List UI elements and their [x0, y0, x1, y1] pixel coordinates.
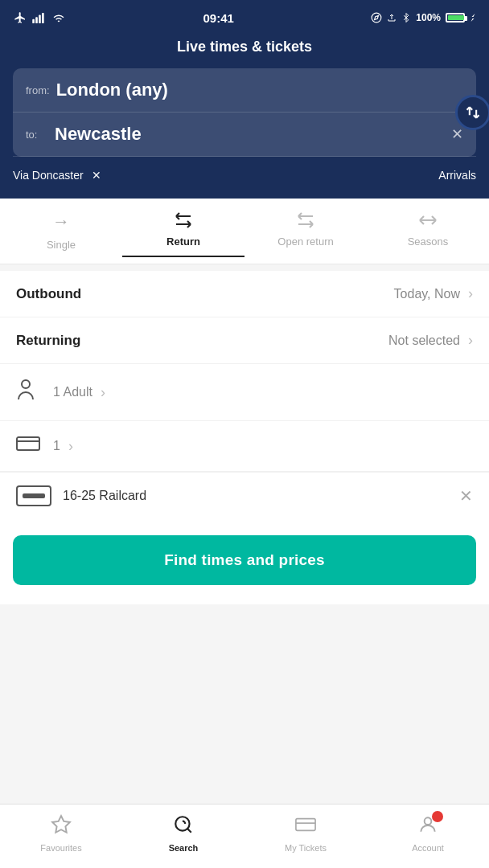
page-title: Live times & tickets [13, 39, 476, 55]
route-card: from: London (any) to: Newcastle ✕ [13, 68, 476, 157]
journey-form: Outbound Today, Now › Returning Not sele… [0, 271, 489, 519]
svg-point-4 [372, 13, 381, 23]
railcards-row[interactable]: 1 › [0, 421, 489, 472]
from-row[interactable]: from: London (any) [13, 68, 476, 113]
tab-seasons[interactable]: Seasons [367, 211, 489, 257]
from-label: from: [26, 84, 50, 96]
location-icon [371, 12, 382, 23]
battery-percentage: 100% [416, 12, 441, 23]
arrivals-link[interactable]: Arrivals [438, 169, 476, 182]
railcard-remove-button[interactable]: ✕ [459, 486, 473, 506]
returning-row[interactable]: Returning Not selected › [0, 317, 489, 364]
svg-rect-2 [39, 15, 41, 24]
seasons-icon [417, 211, 438, 229]
outbound-row[interactable]: Outbound Today, Now › [0, 271, 489, 317]
nav-my-tickets-label: My Tickets [285, 843, 327, 853]
svg-marker-5 [375, 16, 379, 20]
to-row[interactable]: to: Newcastle ✕ [13, 113, 476, 157]
tab-single-label: Single [47, 239, 76, 251]
via-close-button[interactable]: ✕ [92, 169, 101, 182]
railcard-item-row: 16-25 Railcard ✕ [0, 472, 489, 519]
svg-point-7 [22, 380, 30, 388]
svg-point-15 [425, 817, 432, 825]
tab-seasons-label: Seasons [408, 235, 449, 248]
railcard-card-icon [16, 485, 51, 506]
returning-value: Not selected [388, 334, 460, 348]
favourites-icon [51, 814, 72, 840]
header-meta: Via Doncaster ✕ Arrivals [13, 168, 476, 182]
upload-icon [387, 12, 397, 23]
signal-icon [32, 12, 47, 23]
via-text: Via Doncaster [13, 169, 84, 182]
return-icon [173, 211, 194, 229]
passengers-chevron-icon: › [101, 384, 105, 401]
passengers-value: 1 Adult [53, 385, 92, 399]
returning-label: Returning [16, 333, 388, 349]
status-right: 100% [371, 11, 476, 24]
svg-line-12 [187, 829, 191, 833]
to-label: to: [26, 129, 48, 141]
airplane-icon [13, 11, 27, 24]
returning-chevron-icon: › [468, 332, 473, 349]
swap-button[interactable] [455, 95, 489, 130]
nav-favourites[interactable]: Favourites [0, 805, 122, 868]
account-badge-wrap [417, 814, 438, 840]
svg-rect-8 [17, 437, 39, 450]
ticket-svg-icon [295, 814, 316, 835]
header: Live times & tickets from: London (any) … [0, 35, 489, 199]
battery-icon [446, 13, 465, 23]
wifi-icon [51, 12, 66, 23]
to-value: Newcastle [55, 124, 451, 145]
tab-single[interactable]: → Single [0, 211, 122, 257]
status-left [13, 11, 66, 24]
find-times-button[interactable]: Find times and prices [13, 535, 476, 585]
open-return-icon [295, 211, 316, 229]
clear-destination-button[interactable]: ✕ [451, 125, 463, 143]
svg-marker-6 [471, 14, 475, 22]
nav-account-label: Account [412, 843, 444, 853]
nav-search-label: Search [169, 843, 199, 853]
nav-favourites-label: Favourites [40, 843, 81, 853]
from-value: London (any) [56, 80, 463, 100]
svg-rect-13 [296, 818, 315, 830]
single-icon: → [52, 211, 70, 232]
passengers-row[interactable]: 1 Adult › [0, 364, 489, 421]
passenger-icon [16, 379, 40, 406]
bluetooth-icon [401, 11, 411, 24]
via-section[interactable]: Via Doncaster ✕ [13, 168, 101, 182]
status-time: 09:41 [203, 11, 233, 25]
outbound-value: Today, Now [394, 287, 460, 301]
railcard-name: 16-25 Railcard [63, 489, 459, 503]
svg-rect-1 [35, 17, 38, 23]
outbound-label: Outbound [16, 286, 394, 302]
tab-open-return[interactable]: Open return [244, 211, 367, 257]
railcard-count-icon [16, 436, 40, 457]
person-svg-icon [16, 379, 35, 401]
tab-return[interactable]: Return [122, 211, 244, 257]
outbound-chevron-icon: › [468, 285, 473, 302]
tab-return-label: Return [166, 235, 200, 248]
status-bar: 09:41 100% [0, 0, 489, 35]
tickets-icon [295, 814, 316, 840]
card-svg-icon [16, 436, 40, 452]
account-notification-badge [432, 811, 443, 822]
search-nav-icon [173, 814, 194, 840]
nav-account[interactable]: Account [367, 805, 489, 868]
bottom-navigation: Favourites Search My Tickets [0, 804, 489, 868]
railcards-chevron-icon: › [68, 438, 73, 455]
tab-open-return-label: Open return [277, 235, 333, 248]
railcards-count: 1 [53, 439, 60, 453]
nav-my-tickets[interactable]: My Tickets [244, 805, 367, 868]
nav-search[interactable]: Search [122, 805, 244, 868]
search-button-section: Find times and prices [0, 519, 489, 604]
star-svg-icon [51, 814, 72, 835]
search-svg-icon [173, 814, 194, 835]
svg-marker-10 [52, 816, 70, 833]
swap-icon [465, 104, 481, 121]
svg-rect-3 [42, 13, 44, 23]
svg-point-11 [175, 817, 189, 830]
svg-rect-0 [32, 19, 35, 23]
ticket-type-tabs: → Single Return Open return Seasons [0, 199, 489, 264]
charging-icon [470, 12, 476, 23]
